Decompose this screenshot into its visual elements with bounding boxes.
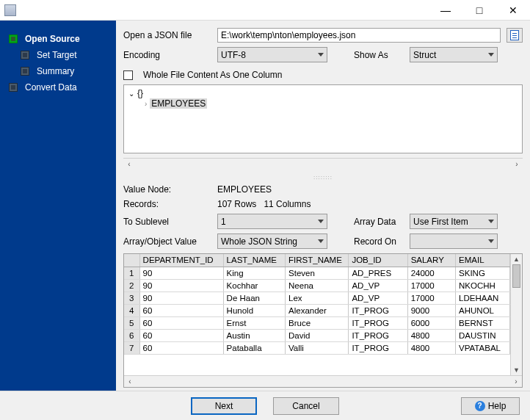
cell: LDEHAAN (456, 292, 510, 304)
table-row[interactable]: 660AustinDavidIT_PROG4800DAUSTIN (124, 329, 510, 341)
cell: AD_PRES (349, 267, 407, 279)
table-row[interactable]: 390De HaanLexAD_VP17000LDEHAAN (124, 292, 510, 304)
browse-file-button[interactable] (507, 28, 523, 43)
cell: Lex (286, 292, 349, 304)
sidebar-item-convert-data[interactable]: Convert Data (0, 79, 116, 95)
scroll-right-button[interactable]: › (510, 376, 522, 387)
cell: IT_PROG (349, 341, 407, 354)
tree-employees-node[interactable]: EMPLOYEES (150, 98, 207, 109)
cell: Hunold (223, 304, 285, 316)
minimize-button[interactable]: — (429, 0, 462, 21)
column-header[interactable]: EMAIL (456, 254, 510, 267)
cell: DAUSTIN (456, 329, 510, 341)
value-node-label: Value Node: (123, 184, 211, 195)
sidebar-item-set-target[interactable]: Set Target (0, 47, 116, 63)
tree-expand-icon[interactable]: ⌄ (128, 90, 134, 98)
record-on-select[interactable] (410, 233, 498, 249)
scroll-left-button[interactable]: ‹ (124, 376, 136, 387)
close-button[interactable]: ✕ (496, 0, 530, 21)
cell: 60 (139, 316, 223, 329)
json-tree-view[interactable]: ⌄ {} › EMPLOYEES (123, 84, 523, 153)
help-button[interactable]: ? Help (461, 397, 520, 415)
cell: IT_PROG (349, 329, 407, 341)
value-node-value: EMPLOYEES (217, 184, 272, 195)
cell: 60 (139, 341, 223, 354)
row-number: 1 (124, 267, 139, 279)
column-header[interactable]: JOB_ID (349, 254, 407, 267)
scroll-right-button[interactable]: › (511, 159, 523, 170)
array-object-select[interactable]: Whole JSON String (217, 233, 327, 249)
cell: Steven (286, 267, 349, 279)
row-number: 2 (124, 279, 139, 292)
column-header[interactable]: SALARY (407, 254, 455, 267)
table-row[interactable]: 290KochharNeenaAD_VP17000NKOCHH (124, 279, 510, 292)
open-file-input[interactable] (217, 28, 501, 43)
column-header[interactable]: DEPARTMENT_ID (139, 254, 223, 267)
cell: Austin (223, 329, 285, 341)
table-row[interactable]: 190KingStevenAD_PRES24000SKING (124, 267, 510, 279)
records-rows: 107 Rows (217, 199, 256, 209)
encoding-select[interactable]: UTF-8 (217, 47, 327, 62)
encoding-label: Encoding (123, 50, 211, 60)
table-row[interactable]: 760PataballaValliIT_PROG4800VPATABAL (124, 341, 510, 354)
grid-horizontal-scrollbar[interactable]: ‹ › (124, 375, 522, 387)
tree-horizontal-scrollbar[interactable]: ‹ › (123, 158, 523, 170)
row-number: 4 (124, 304, 139, 316)
cell: Bruce (286, 316, 349, 329)
sidebar-item-summary[interactable]: Summary (0, 63, 116, 79)
scroll-left-button[interactable]: ‹ (123, 159, 135, 170)
cell: 90 (139, 292, 223, 304)
cell: 4800 (407, 329, 455, 341)
help-icon: ? (475, 401, 485, 411)
show-as-select[interactable]: Struct (410, 47, 498, 62)
whole-file-checkbox[interactable] (123, 70, 133, 80)
array-data-select[interactable]: Use First Item (410, 214, 498, 229)
step-marker-icon (21, 51, 29, 59)
cell: Neena (286, 279, 349, 292)
scroll-down-button[interactable]: ▼ (511, 365, 522, 375)
cell: David (286, 329, 349, 341)
cell: 6000 (407, 316, 455, 329)
cell: 90 (139, 267, 223, 279)
data-grid[interactable]: DEPARTMENT_IDLAST_NAMEFIRST_NAMEJOB_IDSA… (123, 253, 523, 388)
column-header[interactable]: FIRST_NAME (286, 254, 349, 267)
next-button[interactable]: Next (191, 397, 257, 415)
scroll-up-button[interactable]: ▲ (511, 254, 522, 264)
sidebar-item-label: Set Target (37, 50, 76, 60)
step-marker-icon (21, 67, 29, 76)
cell: Valli (286, 341, 349, 354)
array-object-label: Array/Object Value (123, 236, 211, 247)
show-as-label: Show As (354, 50, 404, 60)
scrollbar-thumb[interactable] (512, 264, 520, 288)
table-row[interactable]: 560ErnstBruceIT_PROG6000BERNST (124, 316, 510, 329)
table-row[interactable]: 460HunoldAlexanderIT_PROG9000AHUNOL (124, 304, 510, 316)
row-number: 7 (124, 341, 139, 354)
app-icon (4, 4, 16, 16)
maximize-button[interactable]: □ (462, 0, 496, 21)
to-sublevel-label: To Sublevel (123, 217, 211, 227)
cell: King (223, 267, 285, 279)
to-sublevel-select[interactable]: 1 (217, 214, 327, 229)
row-number: 3 (124, 292, 139, 304)
tree-expand-icon[interactable]: › (145, 100, 147, 108)
splitter-grip[interactable]: :::::::: (123, 174, 523, 180)
grid-vertical-scrollbar[interactable]: ▲ ▼ (510, 254, 522, 375)
cell: AHUNOL (456, 304, 510, 316)
sidebar-item-open-source[interactable]: Open Source (0, 31, 116, 47)
record-on-label: Record On (354, 236, 404, 247)
cell: 4800 (407, 341, 455, 354)
cell: Ernst (223, 316, 285, 329)
wizard-footer: Next Cancel ? Help (0, 391, 530, 420)
cell: BERNST (456, 316, 510, 329)
column-header[interactable]: LAST_NAME (223, 254, 285, 267)
array-data-label: Array Data (354, 217, 404, 227)
cell: AD_VP (349, 292, 407, 304)
tree-root-node[interactable]: {} (137, 88, 143, 98)
cell: IT_PROG (349, 304, 407, 316)
records-cols: 11 Columns (264, 199, 311, 209)
open-file-label: Open a JSON file (123, 30, 211, 40)
cell: Pataballa (223, 341, 285, 354)
cell: NKOCHH (456, 279, 510, 292)
cancel-button[interactable]: Cancel (273, 397, 339, 415)
cell: De Haan (223, 292, 285, 304)
